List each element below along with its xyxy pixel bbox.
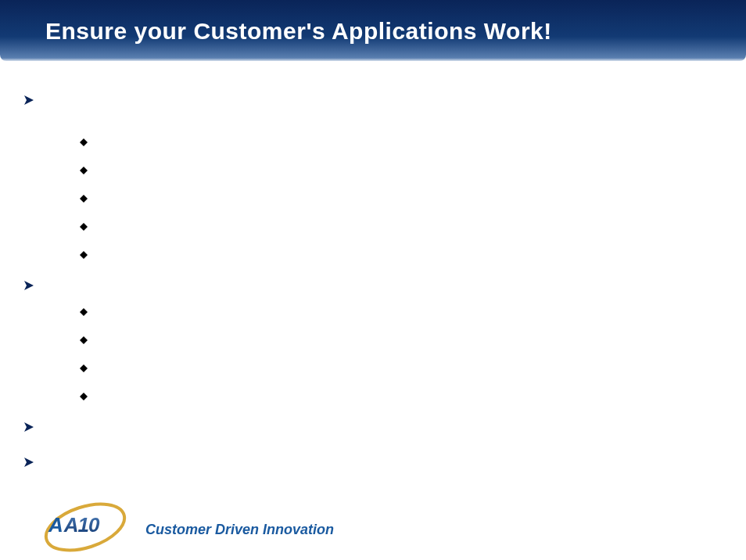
sub-bullet-item [80, 192, 723, 203]
bullet-item [23, 92, 723, 106]
bullet-item [23, 454, 723, 468]
sub-bullet-item [80, 333, 723, 344]
svg-marker-12 [24, 458, 34, 467]
footer-logo-area: AA10 Customer Driven Innovation [42, 497, 334, 552]
sub-bullet-item [80, 135, 723, 146]
bullet-item [23, 419, 723, 433]
svg-marker-8 [80, 336, 88, 344]
sub-bullet-item [80, 220, 723, 231]
diamond-icon [80, 223, 88, 231]
a10-logo: AA10 [42, 497, 113, 552]
diamond-icon [80, 138, 88, 146]
svg-marker-6 [24, 281, 34, 290]
sub-bullet-list [80, 135, 723, 259]
svg-marker-1 [80, 138, 88, 146]
sub-bullet-item [80, 389, 723, 400]
svg-marker-11 [24, 422, 34, 432]
sub-bullet-item [80, 361, 723, 372]
slide-content [0, 61, 746, 468]
diamond-icon [80, 364, 88, 372]
logo-ten-part: A10 [63, 513, 101, 537]
diamond-icon [80, 336, 88, 344]
diamond-icon [80, 308, 88, 316]
arrow-right-icon [23, 457, 34, 468]
arrow-right-icon [23, 422, 34, 433]
svg-marker-5 [80, 251, 88, 259]
svg-marker-2 [80, 167, 88, 174]
svg-marker-4 [80, 223, 88, 231]
footer-tagline: Customer Driven Innovation [145, 522, 334, 538]
svg-marker-10 [80, 393, 88, 400]
svg-marker-0 [24, 95, 34, 105]
slide-title: Ensure your Customer's Applications Work… [45, 18, 552, 45]
sub-bullet-list [80, 305, 723, 400]
diamond-icon [80, 251, 88, 259]
logo-text: AA10 [48, 513, 100, 537]
arrow-right-icon [23, 95, 34, 106]
bullet-item [23, 278, 723, 291]
svg-marker-9 [80, 364, 88, 372]
sub-bullet-item [80, 163, 723, 174]
diamond-icon [80, 167, 88, 174]
diamond-icon [80, 195, 88, 203]
svg-marker-7 [80, 308, 88, 316]
sub-bullet-item [80, 305, 723, 316]
diamond-icon [80, 393, 88, 400]
sub-bullet-item [80, 248, 723, 259]
svg-marker-3 [80, 195, 88, 203]
arrow-right-icon [23, 280, 34, 291]
slide-header: Ensure your Customer's Applications Work… [0, 0, 746, 61]
